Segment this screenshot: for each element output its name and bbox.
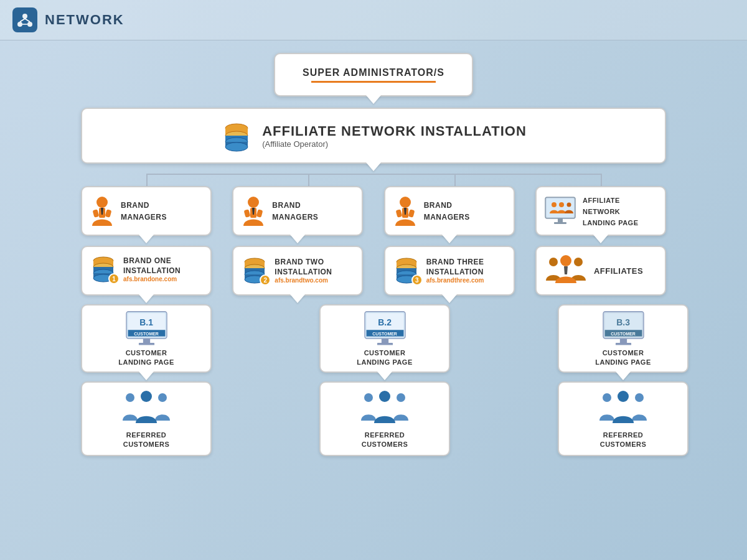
- svg-rect-77: [615, 343, 631, 345]
- logo-icon: [12, 7, 37, 32]
- bm1-title: BRAND MANAGERS: [121, 201, 167, 222]
- svg-text:CUSTOMER: CUSTOMER: [372, 332, 397, 336]
- svg-text:CUSTOMER: CUSTOMER: [611, 332, 636, 336]
- svg-point-0: [22, 14, 27, 19]
- svg-rect-31: [554, 222, 566, 224]
- brand-manager-1: BRAND MANAGERS: [81, 186, 212, 236]
- brand-three-title: BRAND THREE INSTALLATION: [426, 258, 484, 277]
- header-title: NETWORK: [45, 12, 125, 28]
- svg-point-56: [549, 258, 558, 266]
- inst-col-1: 1 BRAND ONE INSTALLATION afs.brandone.co…: [81, 246, 212, 296]
- affiliates-icon: [544, 254, 588, 287]
- svg-rect-21: [256, 209, 263, 218]
- clp-col-1: B.1 CUSTOMER CUSTOMER LANDING PAGE: [81, 304, 212, 373]
- svg-rect-29: [547, 198, 574, 217]
- svg-text:CUSTOMER: CUSTOMER: [134, 332, 159, 336]
- svg-point-12: [225, 142, 248, 151]
- svg-point-82: [158, 393, 167, 402]
- affiliate-title: AFFILIATE NETWORK INSTALLATION: [262, 123, 527, 139]
- svg-rect-15: [93, 209, 100, 218]
- db-icon-1-wrapper: 1: [90, 253, 117, 286]
- svg-rect-26: [408, 209, 415, 218]
- affiliate-landing-label: AFFILIATE NETWORK LANDING PAGE: [583, 194, 639, 228]
- affiliate-landing-box: AFFILIATE NETWORK LANDING PAGE: [535, 186, 666, 236]
- svg-text:B.1: B.1: [139, 317, 153, 327]
- landing-pages-row: B.1 CUSTOMER CUSTOMER LANDING PAGE B.2: [81, 304, 666, 373]
- affiliate-network-box: AFFILIATE NETWORK INSTALLATION (Affiliat…: [81, 108, 666, 164]
- brand-managers-row: BRAND MANAGERS BRAND MANAGERS: [81, 186, 666, 236]
- clp3-title: CUSTOMER LANDING PAGE: [595, 348, 651, 366]
- affiliates-col: AFFILIATES: [535, 246, 666, 296]
- svg-point-84: [364, 393, 373, 402]
- brand-three-link: afs.brandthree.com: [426, 277, 484, 284]
- brand-two-title: BRAND TWO INSTALLATION: [275, 258, 332, 277]
- referred-box-2: REFERRED CUSTOMERS: [319, 381, 450, 456]
- svg-point-58: [560, 255, 571, 266]
- person-icon-3: [393, 196, 418, 226]
- bm3-title: BRAND MANAGERS: [424, 201, 470, 222]
- col-3: BRAND MANAGERS: [384, 186, 515, 236]
- svg-rect-62: [143, 338, 149, 343]
- svg-point-89: [618, 391, 629, 402]
- svg-rect-20: [244, 209, 251, 218]
- ref-col-3: REFERRED CUSTOMERS: [558, 381, 688, 456]
- screen-icon: [544, 196, 576, 226]
- svg-point-2: [27, 22, 32, 27]
- db-icon-main: [220, 119, 253, 152]
- clp-icon-3: B.3 CUSTOMER: [597, 310, 650, 345]
- super-admin-label: SUPER ADMINISTRATOR/S: [303, 67, 444, 78]
- svg-text:B.2: B.2: [378, 317, 392, 327]
- installations-row: 1 BRAND ONE INSTALLATION afs.brandone.co…: [81, 246, 666, 296]
- header: NETWORK: [0, 0, 747, 40]
- brand-one-text: BRAND ONE INSTALLATION afs.brandone.com: [123, 256, 181, 282]
- svg-line-4: [25, 19, 30, 22]
- inst-col-2: 2 BRAND TWO INSTALLATION afs.brandtwo.co…: [232, 246, 363, 296]
- brand-three-install: 3 BRAND THREE INSTALLATION afs.brandthre…: [384, 246, 515, 296]
- brand-manager-2: BRAND MANAGERS: [232, 186, 363, 236]
- brand-two-install: 2 BRAND TWO INSTALLATION afs.brandtwo.co…: [232, 246, 363, 296]
- svg-point-88: [635, 393, 644, 402]
- ref3-title: REFERRED CUSTOMERS: [600, 431, 647, 449]
- brand-two-link: afs.brandtwo.com: [275, 277, 332, 284]
- brand-manager-3-label: BRAND MANAGERS: [424, 199, 470, 222]
- clp-box-2: B.2 CUSTOMER CUSTOMER LANDING PAGE: [319, 304, 450, 373]
- svg-point-83: [141, 391, 152, 402]
- svg-point-1: [17, 22, 22, 27]
- al-title: AFFILIATE NETWORK LANDING PAGE: [583, 197, 639, 226]
- svg-text:B.3: B.3: [616, 317, 630, 327]
- brand-one-title: BRAND ONE INSTALLATION: [123, 256, 181, 276]
- inst-col-3: 3 BRAND THREE INSTALLATION afs.brandthre…: [384, 246, 515, 296]
- affiliates-label: AFFILIATES: [594, 265, 643, 277]
- clp-box-1: B.1 CUSTOMER CUSTOMER LANDING PAGE: [81, 304, 212, 373]
- ref-col-1: REFERRED CUSTOMERS: [81, 381, 212, 456]
- clp-icon-2: B.2 CUSTOMER: [359, 310, 411, 345]
- db-icon-2-wrapper: 2: [241, 254, 268, 287]
- referred-customers-row: REFERRED CUSTOMERS REFERRED CUSTOMERS: [81, 381, 666, 456]
- svg-point-18: [248, 197, 259, 208]
- clp-col-2: B.2 CUSTOMER CUSTOMER LANDING PAGE: [319, 304, 450, 373]
- svg-point-32: [552, 202, 557, 207]
- affiliate-text-block: AFFILIATE NETWORK INSTALLATION (Affiliat…: [262, 123, 527, 149]
- svg-rect-70: [377, 343, 392, 345]
- svg-point-86: [379, 391, 390, 402]
- col-4: AFFILIATE NETWORK LANDING PAGE: [535, 186, 666, 236]
- svg-point-13: [96, 197, 108, 208]
- ref2-title: REFERRED CUSTOMERS: [362, 431, 408, 449]
- brand-one-install: 1 BRAND ONE INSTALLATION afs.brandone.co…: [81, 246, 212, 296]
- brand-two-text: BRAND TWO INSTALLATION afs.brandtwo.com: [275, 258, 332, 284]
- clp-icon-1: B.1 CUSTOMER: [120, 310, 173, 345]
- referred-icon-3: [598, 390, 648, 427]
- brand-manager-2-label: BRAND MANAGERS: [272, 199, 318, 222]
- referred-icon-1: [121, 390, 171, 427]
- svg-rect-76: [619, 338, 626, 343]
- svg-point-87: [603, 393, 611, 402]
- clp1-title: CUSTOMER LANDING PAGE: [118, 348, 174, 366]
- svg-point-85: [397, 393, 405, 402]
- badge-3: 3: [411, 274, 423, 286]
- svg-point-33: [559, 202, 564, 207]
- affiliate-subtitle: (Affiliate Operator): [262, 139, 527, 149]
- svg-point-23: [400, 197, 411, 208]
- brand-three-text: BRAND THREE INSTALLATION afs.brandthree.…: [426, 258, 484, 284]
- clp-col-3: B.3 CUSTOMER CUSTOMER LANDING PAGE: [558, 304, 688, 373]
- ref1-title: REFERRED CUSTOMERS: [123, 431, 170, 449]
